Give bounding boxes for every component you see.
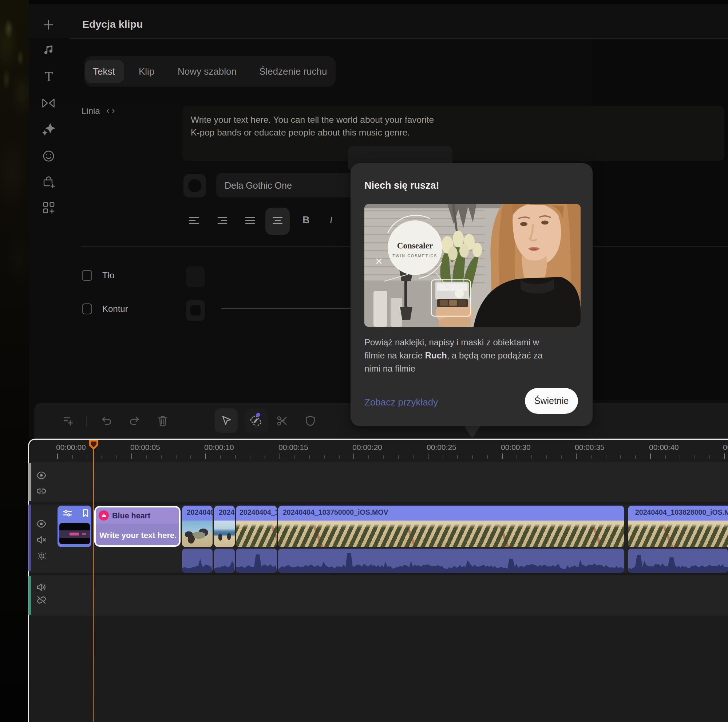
svg-text:TWIN COSMETICS: TWIN COSMETICS xyxy=(393,253,437,258)
svg-text:Consealer: Consealer xyxy=(397,241,433,250)
